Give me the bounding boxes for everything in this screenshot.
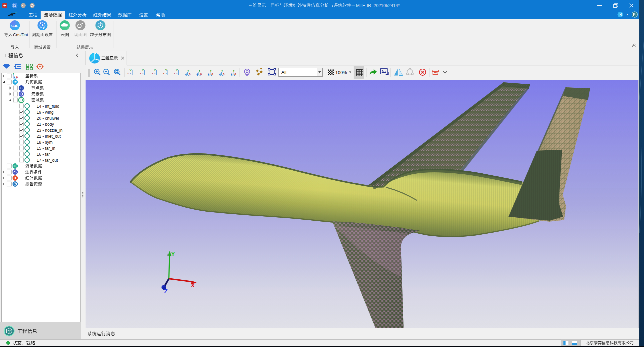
svg-text:z: z xyxy=(231,72,232,75)
svg-text:x: x xyxy=(16,75,18,78)
svg-text:x: x xyxy=(152,72,153,75)
svg-text:Y: Y xyxy=(187,69,189,72)
svg-text:23 - nozzle_in: 23 - nozzle_in xyxy=(37,128,63,133)
svg-text:-: - xyxy=(267,3,268,8)
svg-text:z: z xyxy=(142,72,144,75)
svg-text:x: x xyxy=(173,72,175,75)
svg-text:cas: cas xyxy=(11,23,19,28)
svg-text:z: z xyxy=(130,72,132,75)
svg-text:z: z xyxy=(196,72,198,75)
svg-text:Y: Y xyxy=(176,69,178,72)
svg-text:z: z xyxy=(165,72,167,75)
svg-text:x: x xyxy=(140,72,141,75)
svg-text:18 - sym: 18 - sym xyxy=(37,140,53,145)
svg-text:100%: 100% xyxy=(335,70,347,75)
svg-text:All: All xyxy=(281,70,286,75)
svg-text:19 - wing: 19 - wing xyxy=(37,110,54,115)
svg-text:x: x xyxy=(127,72,129,75)
svg-text:x: x xyxy=(234,72,236,75)
svg-text:z: z xyxy=(208,72,209,75)
svg-text:Y: Y xyxy=(130,69,132,72)
svg-text:x: x xyxy=(163,72,164,75)
svg-text:X: X xyxy=(191,282,195,289)
svg-text:22 - inlet_out: 22 - inlet_out xyxy=(37,134,61,139)
svg-text:16 - far: 16 - far xyxy=(37,152,50,157)
svg-text:Cas/Dat: Cas/Dat xyxy=(13,33,28,37)
svg-text:Y: Y xyxy=(165,69,167,72)
svg-text:z: z xyxy=(185,72,187,75)
svg-text:14 - int_fluid: 14 - int_fluid xyxy=(37,104,59,109)
svg-text:x: x xyxy=(189,72,190,75)
svg-text:z: z xyxy=(14,75,15,78)
svg-text:15 - far_in: 15 - far_in xyxy=(37,146,55,151)
svg-text:Y: Y xyxy=(171,251,175,257)
svg-text:21 - body: 21 - body xyxy=(37,122,54,127)
svg-text:Y: Y xyxy=(198,69,200,72)
svg-text:MTE-IR_2021052414*: MTE-IR_2021052414* xyxy=(356,3,400,8)
svg-text:Y: Y xyxy=(142,69,144,72)
svg-text:x: x xyxy=(200,72,202,75)
svg-text:x: x xyxy=(223,72,224,75)
svg-text:Y: Y xyxy=(154,69,156,72)
svg-text:x: x xyxy=(211,72,213,75)
svg-text:Y: Y xyxy=(233,69,235,72)
svg-text:Z: Z xyxy=(164,288,167,295)
svg-text:z: z xyxy=(154,72,156,75)
svg-text:17 - far_out: 17 - far_out xyxy=(37,158,58,163)
svg-text:20 - chuiwei: 20 - chuiwei xyxy=(37,116,59,121)
svg-text:Y: Y xyxy=(221,69,223,72)
svg-text:Y: Y xyxy=(210,69,212,72)
svg-text:z: z xyxy=(176,72,178,75)
svg-text:z: z xyxy=(219,72,221,75)
